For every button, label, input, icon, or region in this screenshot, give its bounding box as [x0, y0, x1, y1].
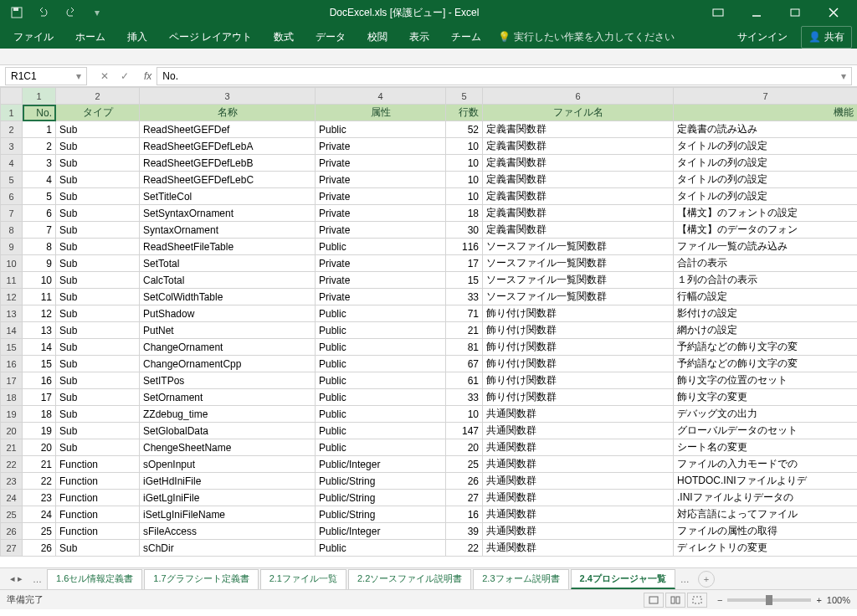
cell[interactable]: Public: [316, 372, 446, 389]
cell[interactable]: Sub: [56, 222, 140, 239]
cell[interactable]: Sub: [56, 272, 140, 289]
row-header[interactable]: 23: [1, 473, 23, 490]
row-header[interactable]: 2: [1, 121, 23, 138]
cell[interactable]: Public: [316, 305, 446, 322]
cancel-formula-button[interactable]: ✕: [95, 70, 114, 82]
row-header[interactable]: 5: [1, 172, 23, 188]
qat-customize-button[interactable]: ▾: [85, 3, 109, 23]
cell[interactable]: 9: [23, 255, 56, 272]
row-header[interactable]: 24: [1, 490, 23, 506]
cell[interactable]: PutShadow: [140, 305, 316, 322]
cell[interactable]: Public/String: [316, 506, 446, 523]
cell[interactable]: Public: [316, 540, 446, 557]
cell[interactable]: SetSyntaxOrnament: [140, 205, 316, 222]
tab-home[interactable]: ホーム: [67, 27, 114, 48]
cell[interactable]: Function: [56, 456, 140, 473]
cell[interactable]: 飾り付け関数群: [483, 305, 674, 322]
cell[interactable]: 15: [446, 272, 483, 289]
cell[interactable]: 1: [23, 121, 56, 138]
cell[interactable]: 26: [23, 540, 56, 557]
cell[interactable]: sOpenInput: [140, 456, 316, 473]
cell[interactable]: Private: [316, 172, 446, 188]
cell[interactable]: Function: [56, 490, 140, 506]
row-header[interactable]: 25: [1, 506, 23, 523]
tab-team[interactable]: チーム: [443, 27, 490, 48]
cell[interactable]: 27: [446, 490, 483, 506]
cell[interactable]: 25: [23, 523, 56, 540]
row-header[interactable]: 22: [1, 456, 23, 473]
share-button[interactable]: 👤共有: [801, 26, 852, 49]
cell[interactable]: 共通関数群: [483, 473, 674, 490]
cell[interactable]: 定義書関数群: [483, 138, 674, 155]
cell[interactable]: １列の合計の表示: [674, 272, 858, 289]
row-header[interactable]: 16: [1, 356, 23, 372]
cell[interactable]: ReadSheetGEFDefLebA: [140, 138, 316, 155]
cell[interactable]: デバッグ文の出力: [674, 406, 858, 423]
cell[interactable]: iGetLgIniFile: [140, 490, 316, 506]
name-box[interactable]: R1C1▾: [5, 67, 87, 85]
cell[interactable]: Sub: [56, 205, 140, 222]
row-header[interactable]: 19: [1, 406, 23, 423]
view-normal-button[interactable]: [644, 593, 664, 608]
row-header[interactable]: 26: [1, 523, 23, 540]
cell[interactable]: Private: [316, 289, 446, 305]
cell[interactable]: Sub: [56, 188, 140, 205]
cell[interactable]: 30: [446, 222, 483, 239]
worksheet-grid[interactable]: 1 2 3 4 5 6 7 1 No. タイプ 名称 属性 行数 ファイル名 機…: [0, 87, 857, 567]
cell[interactable]: ZZdebug_time: [140, 406, 316, 423]
cell[interactable]: 10: [446, 138, 483, 155]
cell[interactable]: Public: [316, 356, 446, 372]
cell[interactable]: PutNet: [140, 322, 316, 339]
cell[interactable]: ChangeOrnamentCpp: [140, 356, 316, 372]
cell[interactable]: 【構文】のデータのフォン: [674, 222, 858, 239]
col-header-5[interactable]: 5: [446, 88, 483, 105]
cell[interactable]: Sub: [56, 121, 140, 138]
cell[interactable]: 39: [446, 523, 483, 540]
row-header[interactable]: 8: [1, 222, 23, 239]
cell[interactable]: 5: [23, 188, 56, 205]
cell[interactable]: Private: [316, 138, 446, 155]
cell[interactable]: Private: [316, 255, 446, 272]
cell[interactable]: 共通関数群: [483, 439, 674, 456]
cell[interactable]: HOTDOC.INIファイルよりデ: [674, 473, 858, 490]
row-header[interactable]: 18: [1, 389, 23, 406]
cell[interactable]: 13: [23, 322, 56, 339]
cell[interactable]: Sub: [56, 239, 140, 255]
row-header[interactable]: 3: [1, 138, 23, 155]
cell[interactable]: ファイルの入力モードでの: [674, 456, 858, 473]
cell[interactable]: Private: [316, 272, 446, 289]
cell[interactable]: sChDir: [140, 540, 316, 557]
cell[interactable]: 12: [23, 305, 56, 322]
cell[interactable]: 飾り付け関数群: [483, 389, 674, 406]
cell[interactable]: Sub: [56, 305, 140, 322]
cell[interactable]: 26: [446, 473, 483, 490]
cell[interactable]: Public: [316, 339, 446, 356]
cell[interactable]: ReadSheetFileTable: [140, 239, 316, 255]
expand-formula-icon[interactable]: ▾: [841, 70, 846, 82]
cell[interactable]: 予約語などの飾り文字の変: [674, 356, 858, 372]
cell[interactable]: 23: [23, 490, 56, 506]
cell[interactable]: Sub: [56, 439, 140, 456]
cell[interactable]: 共通関数群: [483, 490, 674, 506]
cell[interactable]: 81: [446, 339, 483, 356]
cell[interactable]: ソースファイル一覧関数群: [483, 239, 674, 255]
cell[interactable]: タイトルの列の設定: [674, 188, 858, 205]
cell[interactable]: 21: [446, 322, 483, 339]
cell[interactable]: 合計の表示: [674, 255, 858, 272]
cell[interactable]: Sub: [56, 138, 140, 155]
cell[interactable]: Public: [316, 389, 446, 406]
cell[interactable]: 定義書関数群: [483, 172, 674, 188]
row-header[interactable]: 11: [1, 272, 23, 289]
view-pagebreak-button[interactable]: [687, 593, 707, 608]
cell[interactable]: Private: [316, 155, 446, 172]
cell[interactable]: 定義書関数群: [483, 121, 674, 138]
row-header[interactable]: 7: [1, 205, 23, 222]
row-header[interactable]: 15: [1, 339, 23, 356]
cell[interactable]: 行幅の設定: [674, 289, 858, 305]
cell[interactable]: 147: [446, 423, 483, 439]
cell[interactable]: Sub: [56, 339, 140, 356]
cell[interactable]: ReadSheetGEFDef: [140, 121, 316, 138]
cell[interactable]: 18: [446, 205, 483, 222]
cell[interactable]: 67: [446, 356, 483, 372]
cell[interactable]: 20: [23, 439, 56, 456]
